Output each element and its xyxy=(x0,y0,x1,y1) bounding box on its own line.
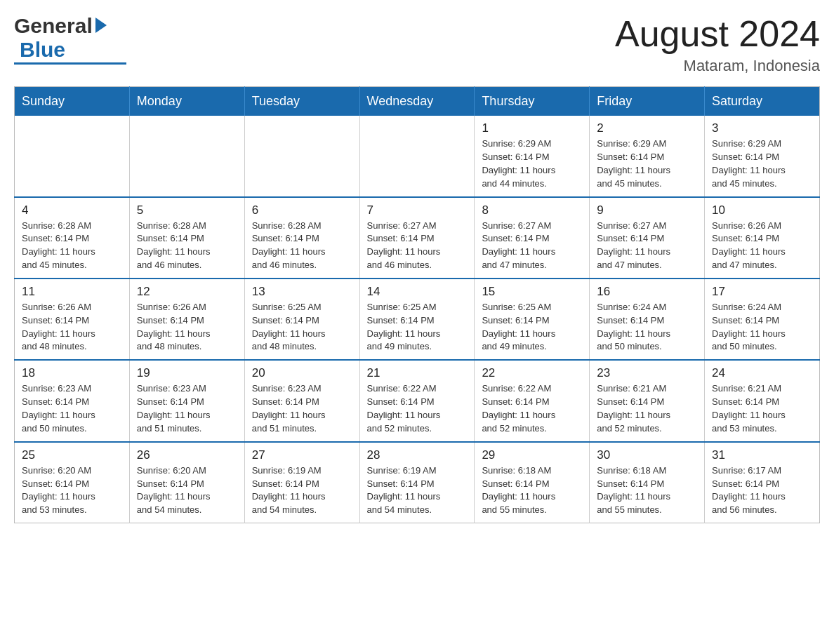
day-number: 14 xyxy=(367,285,468,299)
calendar-cell: 11Sunrise: 6:26 AM Sunset: 6:14 PM Dayli… xyxy=(15,279,130,360)
day-number: 21 xyxy=(367,366,468,380)
weekday-header-saturday: Saturday xyxy=(705,87,820,116)
day-number: 1 xyxy=(482,121,582,135)
day-info: Sunrise: 6:23 AM Sunset: 6:14 PM Dayligh… xyxy=(252,382,352,435)
calendar-cell: 21Sunrise: 6:22 AM Sunset: 6:14 PM Dayli… xyxy=(359,360,475,441)
calendar-cell: 10Sunrise: 6:26 AM Sunset: 6:14 PM Dayli… xyxy=(705,197,820,279)
calendar-cell: 25Sunrise: 6:20 AM Sunset: 6:14 PM Dayli… xyxy=(15,442,130,523)
calendar-cell: 17Sunrise: 6:24 AM Sunset: 6:14 PM Dayli… xyxy=(705,279,820,360)
calendar-cell xyxy=(129,116,244,196)
day-info: Sunrise: 6:22 AM Sunset: 6:14 PM Dayligh… xyxy=(367,382,468,435)
calendar-cell: 24Sunrise: 6:21 AM Sunset: 6:14 PM Dayli… xyxy=(705,360,820,441)
day-number: 8 xyxy=(482,203,582,217)
calendar-cell: 26Sunrise: 6:20 AM Sunset: 6:14 PM Dayli… xyxy=(129,442,244,523)
day-info: Sunrise: 6:24 AM Sunset: 6:14 PM Dayligh… xyxy=(597,301,697,354)
day-info: Sunrise: 6:19 AM Sunset: 6:14 PM Dayligh… xyxy=(252,464,352,517)
day-number: 10 xyxy=(712,203,812,217)
day-number: 19 xyxy=(137,366,237,380)
calendar-cell: 6Sunrise: 6:28 AM Sunset: 6:14 PM Daylig… xyxy=(244,197,359,279)
day-number: 30 xyxy=(597,448,697,462)
day-number: 24 xyxy=(712,366,812,380)
day-number: 22 xyxy=(482,366,582,380)
day-number: 26 xyxy=(137,448,237,462)
day-number: 16 xyxy=(597,285,697,299)
calendar-title: August 2024 xyxy=(615,14,820,54)
day-info: Sunrise: 6:24 AM Sunset: 6:14 PM Dayligh… xyxy=(712,301,812,354)
day-info: Sunrise: 6:23 AM Sunset: 6:14 PM Dayligh… xyxy=(22,382,122,435)
day-info: Sunrise: 6:29 AM Sunset: 6:14 PM Dayligh… xyxy=(597,137,697,190)
calendar-cell: 28Sunrise: 6:19 AM Sunset: 6:14 PM Dayli… xyxy=(359,442,475,523)
calendar-subtitle: Mataram, Indonesia xyxy=(615,57,820,75)
calendar-cell: 23Sunrise: 6:21 AM Sunset: 6:14 PM Dayli… xyxy=(590,360,705,441)
calendar-cell: 29Sunrise: 6:18 AM Sunset: 6:14 PM Dayli… xyxy=(475,442,590,523)
day-info: Sunrise: 6:26 AM Sunset: 6:14 PM Dayligh… xyxy=(137,301,237,354)
page-header: General Blue August 2024 Mataram, Indone… xyxy=(14,14,820,75)
calendar-cell: 20Sunrise: 6:23 AM Sunset: 6:14 PM Dayli… xyxy=(244,360,359,441)
calendar-cell xyxy=(359,116,475,196)
calendar-cell: 1Sunrise: 6:29 AM Sunset: 6:14 PM Daylig… xyxy=(475,116,590,196)
day-info: Sunrise: 6:28 AM Sunset: 6:14 PM Dayligh… xyxy=(252,220,352,272)
logo-general-text: General xyxy=(14,14,93,38)
day-number: 15 xyxy=(482,285,582,299)
day-number: 18 xyxy=(22,366,122,380)
weekday-header-friday: Friday xyxy=(590,87,705,116)
logo-arrow-icon xyxy=(95,18,107,33)
day-number: 4 xyxy=(22,203,122,217)
logo: General Blue xyxy=(14,14,126,65)
weekday-header-monday: Monday xyxy=(129,87,244,116)
day-info: Sunrise: 6:27 AM Sunset: 6:14 PM Dayligh… xyxy=(597,220,697,272)
calendar-table: SundayMondayTuesdayWednesdayThursdayFrid… xyxy=(14,86,820,523)
day-info: Sunrise: 6:19 AM Sunset: 6:14 PM Dayligh… xyxy=(367,464,468,517)
day-info: Sunrise: 6:28 AM Sunset: 6:14 PM Dayligh… xyxy=(22,220,122,272)
day-number: 29 xyxy=(482,448,582,462)
day-info: Sunrise: 6:23 AM Sunset: 6:14 PM Dayligh… xyxy=(137,382,237,435)
calendar-cell xyxy=(244,116,359,196)
day-info: Sunrise: 6:26 AM Sunset: 6:14 PM Dayligh… xyxy=(712,220,812,272)
day-number: 7 xyxy=(367,203,468,217)
calendar-week-1: 1Sunrise: 6:29 AM Sunset: 6:14 PM Daylig… xyxy=(15,116,820,196)
day-number: 2 xyxy=(597,121,697,135)
calendar-cell: 31Sunrise: 6:17 AM Sunset: 6:14 PM Dayli… xyxy=(705,442,820,523)
calendar-cell: 9Sunrise: 6:27 AM Sunset: 6:14 PM Daylig… xyxy=(590,197,705,279)
calendar-cell: 22Sunrise: 6:22 AM Sunset: 6:14 PM Dayli… xyxy=(475,360,590,441)
day-info: Sunrise: 6:26 AM Sunset: 6:14 PM Dayligh… xyxy=(22,301,122,354)
day-info: Sunrise: 6:17 AM Sunset: 6:14 PM Dayligh… xyxy=(712,464,812,517)
calendar-cell: 14Sunrise: 6:25 AM Sunset: 6:14 PM Dayli… xyxy=(359,279,475,360)
day-number: 27 xyxy=(252,448,352,462)
day-number: 9 xyxy=(597,203,697,217)
weekday-header-sunday: Sunday xyxy=(15,87,130,116)
calendar-cell: 8Sunrise: 6:27 AM Sunset: 6:14 PM Daylig… xyxy=(475,197,590,279)
day-info: Sunrise: 6:29 AM Sunset: 6:14 PM Dayligh… xyxy=(482,137,582,190)
weekday-header-thursday: Thursday xyxy=(475,87,590,116)
calendar-cell: 4Sunrise: 6:28 AM Sunset: 6:14 PM Daylig… xyxy=(15,197,130,279)
calendar-week-4: 18Sunrise: 6:23 AM Sunset: 6:14 PM Dayli… xyxy=(15,360,820,441)
day-info: Sunrise: 6:22 AM Sunset: 6:14 PM Dayligh… xyxy=(482,382,582,435)
calendar-week-5: 25Sunrise: 6:20 AM Sunset: 6:14 PM Dayli… xyxy=(15,442,820,523)
calendar-week-2: 4Sunrise: 6:28 AM Sunset: 6:14 PM Daylig… xyxy=(15,197,820,279)
day-number: 23 xyxy=(597,366,697,380)
day-number: 5 xyxy=(137,203,237,217)
calendar-cell: 30Sunrise: 6:18 AM Sunset: 6:14 PM Dayli… xyxy=(590,442,705,523)
weekday-header-tuesday: Tuesday xyxy=(244,87,359,116)
day-number: 28 xyxy=(367,448,468,462)
calendar-cell: 18Sunrise: 6:23 AM Sunset: 6:14 PM Dayli… xyxy=(15,360,130,441)
calendar-cell: 5Sunrise: 6:28 AM Sunset: 6:14 PM Daylig… xyxy=(129,197,244,279)
logo-blue-text: Blue xyxy=(17,38,65,62)
day-info: Sunrise: 6:18 AM Sunset: 6:14 PM Dayligh… xyxy=(597,464,697,517)
day-info: Sunrise: 6:21 AM Sunset: 6:14 PM Dayligh… xyxy=(712,382,812,435)
day-number: 6 xyxy=(252,203,352,217)
day-info: Sunrise: 6:27 AM Sunset: 6:14 PM Dayligh… xyxy=(482,220,582,272)
day-number: 13 xyxy=(252,285,352,299)
calendar-cell: 12Sunrise: 6:26 AM Sunset: 6:14 PM Dayli… xyxy=(129,279,244,360)
day-info: Sunrise: 6:25 AM Sunset: 6:14 PM Dayligh… xyxy=(367,301,468,354)
day-info: Sunrise: 6:28 AM Sunset: 6:14 PM Dayligh… xyxy=(137,220,237,272)
calendar-cell: 3Sunrise: 6:29 AM Sunset: 6:14 PM Daylig… xyxy=(705,116,820,196)
calendar-cell: 2Sunrise: 6:29 AM Sunset: 6:14 PM Daylig… xyxy=(590,116,705,196)
day-info: Sunrise: 6:18 AM Sunset: 6:14 PM Dayligh… xyxy=(482,464,582,517)
weekday-header-wednesday: Wednesday xyxy=(359,87,475,116)
day-number: 3 xyxy=(712,121,812,135)
day-info: Sunrise: 6:20 AM Sunset: 6:14 PM Dayligh… xyxy=(22,464,122,517)
calendar-cell: 27Sunrise: 6:19 AM Sunset: 6:14 PM Dayli… xyxy=(244,442,359,523)
calendar-cell: 7Sunrise: 6:27 AM Sunset: 6:14 PM Daylig… xyxy=(359,197,475,279)
title-block: August 2024 Mataram, Indonesia xyxy=(615,14,820,75)
